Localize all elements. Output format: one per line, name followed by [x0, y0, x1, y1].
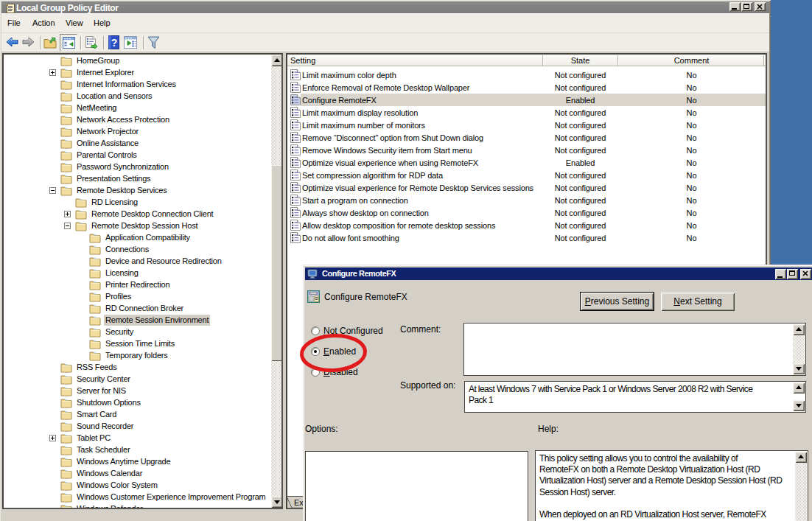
svg-text:?: ? — [111, 37, 118, 49]
